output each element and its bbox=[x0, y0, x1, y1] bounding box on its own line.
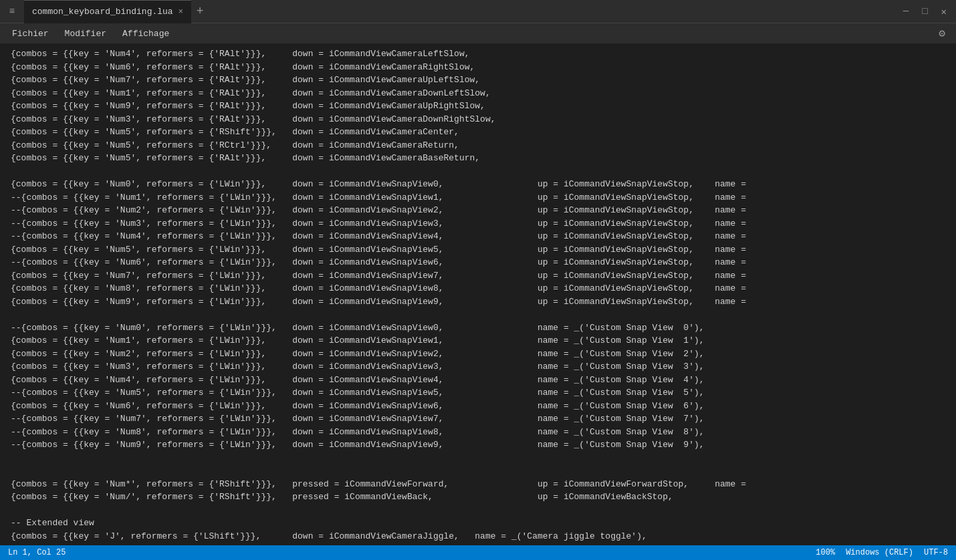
editor-line: {combos = {{key = 'Num5', reformers = {'… bbox=[11, 139, 945, 152]
window-controls: ─ □ ✕ bbox=[899, 5, 951, 19]
editor-line: {combos = {{key = 'Num0', reformers = {'… bbox=[11, 178, 945, 191]
editor-line bbox=[11, 464, 945, 478]
editor-line: {combos = {{key = 'Num9', reformers = {'… bbox=[11, 295, 945, 309]
editor-line: {combos = {{key = 'Num4', reformers = {'… bbox=[11, 374, 945, 387]
editor-line: {combos = {{key = 'Num6', reformers = {'… bbox=[11, 61, 945, 74]
maximize-button[interactable]: □ bbox=[918, 5, 931, 19]
editor-line: {combos = {{key = 'Num7', reformers = {'… bbox=[11, 269, 945, 283]
settings-icon[interactable]: ⚙ bbox=[933, 24, 951, 43]
menu-bar: Fichier Modifier Affichage ⚙ bbox=[0, 23, 956, 43]
line-ending: Windows (CRLF) bbox=[846, 548, 913, 557]
editor-line: --{combos = {{key = 'Num1', reformers = … bbox=[11, 191, 945, 204]
editor-line: {combos = {{key = 'Num5', reformers = {'… bbox=[11, 126, 945, 139]
window-icon: ≡ bbox=[5, 5, 19, 18]
editor-line: {combos = {{key = 'Num7', reformers = {'… bbox=[11, 74, 945, 87]
editor-container[interactable]: {combos = {{key = 'Num4', reformers = {'… bbox=[0, 43, 956, 545]
editor-line: {combos = {{key = 'Num3', reformers = {'… bbox=[11, 360, 945, 374]
status-right: 100% Windows (CRLF) UTF-8 bbox=[816, 548, 948, 557]
editor-line: --{combos = {{key = 'Num4', reformers = … bbox=[11, 230, 945, 243]
editor-line bbox=[11, 504, 945, 517]
editor-line: {combos = {{key = 'Num1', reformers = {'… bbox=[11, 334, 945, 347]
editor-line: --{combos = {{key = 'Num9', reformers = … bbox=[11, 438, 945, 452]
editor-line bbox=[11, 452, 945, 465]
editor-line: --{combos = {{key = 'Num3', reformers = … bbox=[11, 217, 945, 231]
editor-line: {combos = {{key = 'Num6', reformers = {'… bbox=[11, 400, 945, 413]
editor-line: --{combos = {{key = 'Num7', reformers = … bbox=[11, 412, 945, 426]
tab-close-button[interactable]: × bbox=[178, 7, 183, 17]
menu-modifier[interactable]: Modifier bbox=[58, 26, 113, 41]
editor-line: --{combos = {{key = 'Num2', reformers = … bbox=[11, 204, 945, 217]
editor-line: --{combos = {{key = 'Num5', reformers = … bbox=[11, 386, 945, 400]
editor-line: {combos = {{key = 'J', reformers = {'LSh… bbox=[11, 530, 945, 543]
close-button[interactable]: ✕ bbox=[937, 5, 951, 19]
cursor-position: Ln 1, Col 25 bbox=[8, 548, 66, 557]
menu-fichier[interactable]: Fichier bbox=[5, 26, 55, 41]
editor-line: --{combos = {{key = 'Num8', reformers = … bbox=[11, 426, 945, 439]
minimize-button[interactable]: ─ bbox=[899, 5, 913, 19]
tab-filename: common_keyboard_binding.lua bbox=[32, 7, 173, 17]
encoding: UTF-8 bbox=[924, 548, 948, 557]
editor-line: {combos = {{key = 'Num9', reformers = {'… bbox=[11, 100, 945, 113]
editor-line: {combos = {{key = 'Num/', reformers = {'… bbox=[11, 491, 945, 504]
editor-line: {combos = {{key = 'Num2', reformers = {'… bbox=[11, 347, 945, 361]
zoom-level: 100% bbox=[816, 548, 835, 557]
editor-line: {combos = {{key = 'Num8', reformers = {'… bbox=[11, 282, 945, 295]
editor-tab[interactable]: common_keyboard_binding.lua × bbox=[24, 0, 191, 23]
editor-content: {combos = {{key = 'Num4', reformers = {'… bbox=[0, 46, 956, 545]
editor-line bbox=[11, 308, 945, 321]
editor-line: {combos = {{key = 'Num1', reformers = {'… bbox=[11, 87, 945, 100]
menu-affichage[interactable]: Affichage bbox=[116, 26, 176, 41]
editor-line: {combos = {{key = 'Num5', reformers = {'… bbox=[11, 152, 945, 165]
editor-line: {combos = {{key = 'Num5', reformers = {'… bbox=[11, 243, 945, 257]
editor-line: --{combos = {{key = 'Num6', reformers = … bbox=[11, 256, 945, 269]
editor-line: -- Extended view bbox=[11, 517, 945, 530]
title-bar: ≡ common_keyboard_binding.lua × + ─ □ ✕ bbox=[0, 0, 956, 23]
new-tab-button[interactable]: + bbox=[191, 0, 209, 23]
editor-line: {combos = {{key = 'Num3', reformers = {'… bbox=[11, 113, 945, 126]
editor-line: {combos = {{key = 'Num4', reformers = {'… bbox=[11, 47, 945, 61]
editor-line bbox=[11, 165, 945, 178]
editor-line: {combos = {{key = 'Num*', reformers = {'… bbox=[11, 478, 945, 491]
status-bar: Ln 1, Col 25 100% Windows (CRLF) UTF-8 bbox=[0, 545, 956, 560]
editor-line: --{combos = {{key = 'Num0', reformers = … bbox=[11, 321, 945, 335]
